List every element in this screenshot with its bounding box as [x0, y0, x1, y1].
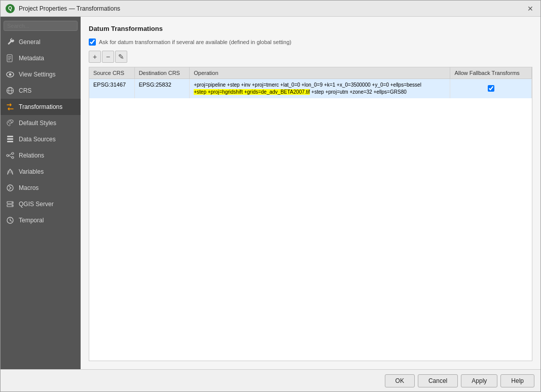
sidebar-label-general: General [19, 38, 41, 46]
datum-transform-checkbox[interactable] [89, 38, 96, 46]
remove-button[interactable]: − [102, 51, 114, 63]
svg-point-17 [12, 156, 14, 159]
sidebar-item-view-settings[interactable]: View Settings [1, 66, 81, 83]
operation-part1: +proj=pipeline +step +inv +proj=tmerc +l… [194, 82, 421, 88]
add-button[interactable]: + [89, 51, 101, 63]
doc-icon [6, 54, 15, 63]
main-content: General Metadata [1, 17, 540, 369]
svg-point-11 [11, 122, 12, 123]
svg-rect-14 [7, 141, 13, 142]
globe-icon [6, 86, 15, 95]
wrench-icon [6, 37, 15, 47]
clock-icon [6, 216, 15, 225]
sidebar-label-temporal: Temporal [19, 217, 44, 224]
operation-part2-highlight: +step +proj=hgridshift +grids=de_adv_BET… [194, 89, 310, 95]
transformations-table: Source CRS Destination CRS Operation All… [89, 67, 532, 98]
sidebar-item-crs[interactable]: CRS [1, 83, 81, 99]
sidebar-label-default-styles: Default Styles [19, 120, 56, 127]
allow-fallback-cell[interactable] [450, 79, 532, 99]
server-icon [6, 200, 15, 209]
svg-rect-12 [7, 136, 13, 137]
sidebar: General Metadata [1, 17, 81, 369]
svg-line-18 [9, 154, 12, 156]
fallback-checkbox[interactable] [488, 85, 494, 92]
variables-icon [6, 167, 15, 176]
close-button[interactable]: ✕ [525, 4, 535, 14]
search-input[interactable] [4, 21, 78, 31]
app-logo: Q [6, 4, 15, 13]
data-sources-icon [6, 135, 15, 144]
sidebar-item-data-sources[interactable]: Data Sources [1, 131, 81, 147]
section-title: Datum Transformations [89, 25, 532, 32]
svg-point-15 [7, 154, 9, 156]
svg-point-5 [9, 73, 12, 76]
palette-icon [6, 119, 15, 128]
svg-point-10 [10, 121, 11, 122]
checkbox-label: Ask for datum transformation if several … [99, 39, 292, 45]
svg-point-16 [12, 152, 14, 154]
toolbar-row: + − ✎ [89, 51, 532, 63]
col-destination-crs: Destination CRS [134, 67, 190, 79]
checkbox-row: Ask for datum transformation if several … [89, 38, 532, 46]
content-area: Datum Transformations Ask for datum tran… [81, 17, 540, 369]
operation-cell: +proj=pipeline +step +inv +proj=tmerc +l… [190, 79, 450, 99]
destination-crs-cell: EPSG:25832 [134, 79, 190, 99]
sidebar-label-data-sources: Data Sources [19, 136, 56, 143]
col-allow-fallback: Allow Fallback Transforms [450, 67, 532, 79]
titlebar: Q Project Properties — Transformations ✕ [1, 1, 540, 17]
svg-line-27 [10, 220, 12, 221]
macro-icon [6, 183, 15, 192]
bottom-bar: OK Cancel Apply Help [1, 369, 540, 391]
col-operation: Operation [190, 67, 450, 79]
window-title: Project Properties — Transformations [19, 5, 120, 12]
sidebar-label-macros: Macros [19, 184, 39, 191]
sidebar-item-qgis-server[interactable]: QGIS Server [1, 196, 81, 212]
sidebar-label-qgis-server: QGIS Server [19, 201, 54, 208]
eye-icon [6, 70, 15, 79]
sidebar-label-transformations: Transformations [19, 103, 62, 110]
svg-line-19 [9, 155, 12, 158]
sidebar-label-variables: Variables [19, 168, 44, 175]
help-button[interactable]: Help [500, 374, 534, 387]
cancel-button[interactable]: Cancel [418, 374, 458, 387]
sidebar-item-general[interactable]: General [1, 34, 81, 50]
sidebar-item-metadata[interactable]: Metadata [1, 50, 81, 66]
sidebar-item-variables[interactable]: Variables [1, 164, 81, 180]
sidebar-item-transformations[interactable]: Transformations [1, 99, 81, 115]
svg-point-23 [12, 202, 13, 203]
relations-icon [6, 151, 15, 160]
transformations-table-container: Source CRS Destination CRS Operation All… [89, 67, 532, 361]
apply-button[interactable]: Apply [461, 374, 497, 387]
transform-icon [6, 102, 15, 111]
sidebar-label-metadata: Metadata [19, 55, 44, 62]
col-source-crs: Source CRS [89, 67, 134, 79]
main-window: Q Project Properties — Transformations ✕… [0, 0, 541, 392]
table-header-row: Source CRS Destination CRS Operation All… [89, 67, 532, 79]
ok-button[interactable]: OK [385, 374, 415, 387]
svg-point-20 [7, 185, 13, 191]
svg-point-24 [12, 205, 13, 206]
svg-point-9 [8, 122, 9, 123]
table-row[interactable]: EPSG:31467 EPSG:25832 +proj=pipeline +st… [89, 79, 532, 99]
sidebar-label-view-settings: View Settings [19, 71, 56, 78]
sidebar-item-temporal[interactable]: Temporal [1, 212, 81, 228]
sidebar-label-crs: CRS [19, 87, 31, 94]
source-crs-cell: EPSG:31467 [89, 79, 134, 99]
edit-button[interactable]: ✎ [115, 51, 127, 63]
sidebar-item-relations[interactable]: Relations [1, 147, 81, 164]
sidebar-label-relations: Relations [19, 152, 44, 159]
sidebar-item-default-styles[interactable]: Default Styles [1, 115, 81, 131]
svg-rect-13 [7, 138, 13, 140]
operation-part3: +step +proj=utm +zone=32 +ellps=GRS80 [310, 89, 406, 95]
titlebar-left: Q Project Properties — Transformations [6, 4, 120, 13]
sidebar-item-macros[interactable]: Macros [1, 180, 81, 196]
